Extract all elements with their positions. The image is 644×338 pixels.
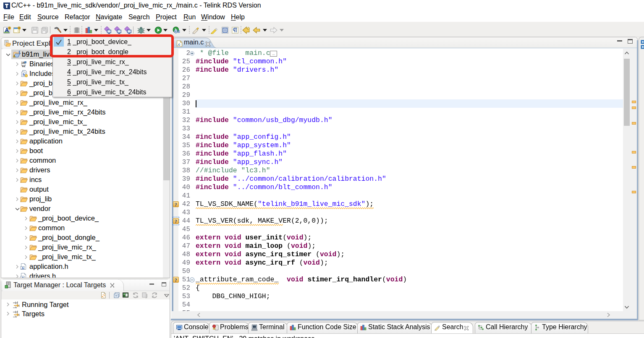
svg-text:?: ? [175,202,177,208]
svg-text:.c: .c [177,42,181,47]
svg-text:C: C [19,51,21,55]
svg-text:?: ? [175,277,177,283]
svg-text:!: ! [14,55,15,57]
svg-text:h: h [23,73,25,77]
svg-text:01: 01 [22,64,26,68]
